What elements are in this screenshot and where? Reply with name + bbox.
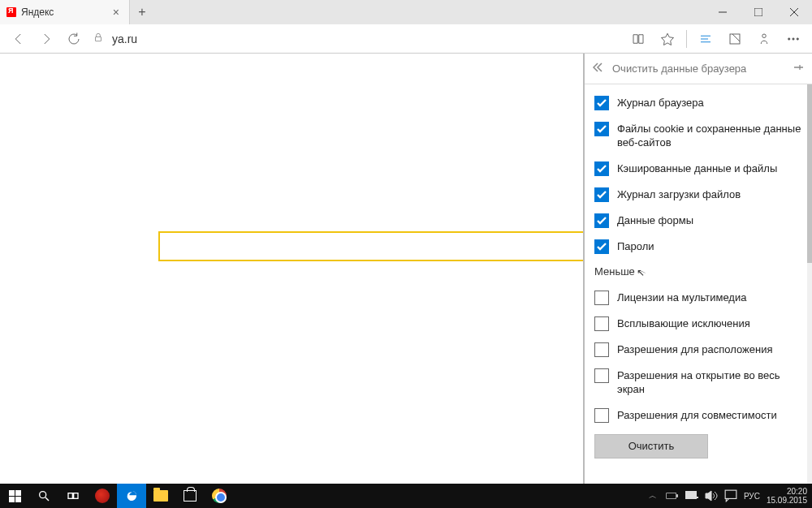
search-button[interactable] bbox=[29, 484, 58, 508]
checkbox-browsing-history[interactable]: Журнал браузера bbox=[594, 96, 802, 110]
taskbar-explorer[interactable] bbox=[146, 484, 175, 508]
checkbox-label: Лицензии на мультимедиа bbox=[617, 291, 746, 305]
hub-button[interactable] bbox=[692, 25, 719, 53]
svg-rect-18 bbox=[667, 493, 676, 499]
panel-body: Журнал браузера Файлы cookie и сохраненн… bbox=[585, 84, 812, 467]
panel-header: Очистить данные браузера bbox=[585, 54, 812, 84]
taskbar-ccleaner[interactable] bbox=[88, 484, 117, 508]
checkbox-passwords[interactable]: Пароли bbox=[594, 239, 802, 254]
checkbox-media-licenses[interactable]: Лицензии на мультимедиа bbox=[594, 291, 802, 305]
lock-icon bbox=[93, 32, 104, 45]
svg-point-14 bbox=[40, 492, 46, 498]
share-button[interactable] bbox=[750, 25, 778, 53]
favorites-button[interactable] bbox=[654, 25, 681, 53]
tab-title: Яндекс bbox=[21, 6, 54, 18]
close-window-button[interactable] bbox=[776, 0, 812, 24]
tray-network-icon[interactable] bbox=[685, 489, 698, 502]
checkbox-compat-permissions[interactable]: Разрешения для совместимости bbox=[594, 408, 802, 423]
svg-line-15 bbox=[45, 497, 49, 501]
svg-rect-17 bbox=[74, 493, 78, 499]
address-bar[interactable]: ya.ru bbox=[88, 32, 624, 45]
svg-rect-21 bbox=[697, 497, 698, 498]
system-tray: ︿ РУС 20:20 15.09.2015 bbox=[646, 487, 812, 505]
checkbox-icon bbox=[594, 213, 609, 228]
checkbox-label: Данные формы bbox=[617, 213, 693, 228]
page-content: Яндекс Очистить данные браузера Журнал б… bbox=[0, 54, 812, 484]
checkbox-label: Всплывающие исключения bbox=[617, 316, 750, 331]
svg-rect-19 bbox=[676, 495, 677, 497]
checkbox-icon bbox=[594, 239, 609, 254]
checkbox-icon bbox=[594, 291, 609, 305]
back-button[interactable] bbox=[5, 25, 32, 53]
window-controls bbox=[705, 0, 812, 24]
checkbox-download-history[interactable]: Журнал загрузки файлов bbox=[594, 187, 802, 202]
checkbox-icon bbox=[594, 122, 609, 136]
checkbox-label: Кэшированные данные и файлы bbox=[617, 161, 777, 176]
tray-chevron-icon[interactable]: ︿ bbox=[646, 490, 659, 502]
tray-language[interactable]: РУС bbox=[744, 492, 760, 501]
svg-rect-20 bbox=[685, 491, 697, 499]
svg-point-12 bbox=[793, 37, 794, 39]
tray-notifications-icon[interactable] bbox=[724, 489, 737, 502]
taskview-button[interactable] bbox=[58, 484, 88, 508]
clear-button[interactable]: Очистить bbox=[594, 434, 708, 458]
chevron-up-icon: ︿ bbox=[638, 265, 646, 277]
checkbox-form-data[interactable]: Данные формы bbox=[594, 213, 802, 228]
less-label: Меньше bbox=[594, 265, 635, 278]
taskbar: ︿ РУС 20:20 15.09.2015 bbox=[0, 484, 812, 508]
navbar: ya.ru bbox=[0, 24, 812, 54]
checkbox-label: Файлы cookie и сохраненные данные веб-са… bbox=[617, 122, 802, 150]
webnote-button[interactable] bbox=[721, 25, 749, 53]
browser-tab[interactable]: Яндекс × bbox=[0, 0, 130, 24]
checkbox-label: Разрешения для совместимости bbox=[617, 408, 777, 423]
checkbox-cached-data[interactable]: Кэшированные данные и файлы bbox=[594, 161, 802, 176]
pin-icon[interactable] bbox=[793, 62, 804, 75]
svg-marker-22 bbox=[706, 491, 711, 501]
checkbox-label: Журнал браузера bbox=[617, 96, 704, 110]
minimize-button[interactable] bbox=[705, 0, 741, 24]
tab-close-icon[interactable]: × bbox=[110, 6, 123, 19]
svg-rect-1 bbox=[754, 8, 762, 16]
svg-rect-23 bbox=[725, 490, 736, 498]
new-tab-button[interactable]: + bbox=[130, 0, 154, 24]
checkbox-label: Пароли bbox=[617, 239, 654, 254]
refresh-button[interactable] bbox=[60, 25, 88, 53]
url-text: ya.ru bbox=[112, 32, 137, 45]
checkbox-icon bbox=[594, 187, 609, 202]
checkbox-icon bbox=[594, 342, 609, 357]
checkbox-icon bbox=[594, 408, 609, 423]
show-less-toggle[interactable]: Меньше ︿ ↖ bbox=[594, 265, 802, 278]
yandex-search-input[interactable] bbox=[158, 231, 585, 261]
panel-scrollbar[interactable] bbox=[807, 84, 812, 484]
more-button[interactable] bbox=[780, 25, 807, 53]
taskbar-chrome[interactable] bbox=[205, 484, 234, 508]
forward-button[interactable] bbox=[32, 25, 60, 53]
checkbox-fullscreen-permissions[interactable]: Разрешения на открытие во весь экран bbox=[594, 368, 802, 397]
taskbar-store[interactable] bbox=[175, 484, 205, 508]
checkbox-icon bbox=[594, 96, 609, 110]
tray-battery-icon[interactable] bbox=[666, 489, 679, 502]
taskbar-edge[interactable] bbox=[117, 484, 146, 508]
maximize-button[interactable] bbox=[741, 0, 776, 24]
checkbox-icon bbox=[594, 368, 609, 383]
checkbox-location-permissions[interactable]: Разрешения для расположения bbox=[594, 342, 802, 357]
start-button[interactable] bbox=[0, 484, 29, 508]
tray-clock[interactable]: 20:20 15.09.2015 bbox=[767, 487, 807, 505]
svg-point-10 bbox=[762, 34, 767, 38]
panel-title: Очистить данные браузера bbox=[612, 62, 746, 75]
tray-volume-icon[interactable] bbox=[705, 489, 718, 502]
checkbox-cookies[interactable]: Файлы cookie и сохраненные данные веб-са… bbox=[594, 122, 802, 150]
svg-rect-16 bbox=[68, 493, 72, 499]
reading-view-button[interactable] bbox=[624, 25, 652, 53]
svg-rect-4 bbox=[96, 37, 102, 41]
panel-back-icon[interactable] bbox=[593, 62, 604, 75]
checkbox-label: Разрешения для расположения bbox=[617, 342, 772, 357]
svg-marker-5 bbox=[662, 33, 674, 45]
checkbox-popup-exceptions[interactable]: Всплывающие исключения bbox=[594, 316, 802, 331]
titlebar: Яндекс × + bbox=[0, 0, 812, 24]
favicon-yandex bbox=[6, 7, 16, 17]
tray-date: 15.09.2015 bbox=[767, 496, 807, 505]
svg-rect-9 bbox=[730, 34, 740, 44]
clear-button-label: Очистить bbox=[628, 440, 675, 452]
checkbox-icon bbox=[594, 316, 609, 331]
